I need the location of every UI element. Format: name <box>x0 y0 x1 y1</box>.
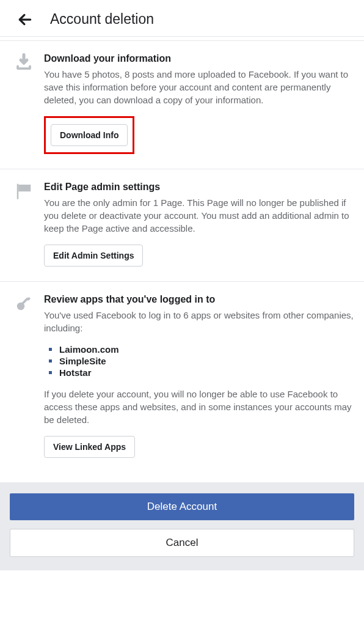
section-download: Download your information You have 5 pho… <box>0 41 364 169</box>
list-item: SimpleSite <box>49 356 354 366</box>
section-body: Review apps that you've logged in to You… <box>44 294 354 458</box>
download-title: Download your information <box>44 53 354 64</box>
list-item: Hotstar <box>49 367 354 378</box>
apps-title: Review apps that you've logged in to <box>44 294 354 305</box>
download-info-button[interactable]: Download Info <box>51 124 128 146</box>
svg-rect-1 <box>17 184 19 199</box>
key-icon <box>15 294 33 312</box>
header: Account deletion <box>0 0 364 37</box>
section-page-admin: Edit Page admin settings You are the onl… <box>0 169 364 282</box>
section-body: Edit Page admin settings You are the onl… <box>44 182 354 267</box>
delete-account-button[interactable]: Delete Account <box>10 493 354 520</box>
cancel-button[interactable]: Cancel <box>10 529 354 557</box>
footer: Delete Account Cancel <box>0 482 364 570</box>
download-icon <box>15 53 33 72</box>
apps-desc2: If you delete your account, you will no … <box>44 388 354 426</box>
back-arrow-icon[interactable] <box>17 12 33 28</box>
section-body: Download your information You have 5 pho… <box>44 53 354 154</box>
content: Download your information You have 5 pho… <box>0 40 364 473</box>
flag-icon <box>15 182 33 200</box>
page-title: Account deletion <box>50 11 154 28</box>
apps-desc: You've used Facebook to log in to 6 apps… <box>44 309 354 334</box>
page-admin-desc: You are the only admin for 1 Page. This … <box>44 196 354 235</box>
edit-admin-settings-button[interactable]: Edit Admin Settings <box>44 245 143 267</box>
highlight-box: Download Info <box>44 116 134 154</box>
app-list: Laimoon.com SimpleSite Hotstar <box>49 344 354 378</box>
list-item: Laimoon.com <box>49 344 354 355</box>
page-admin-title: Edit Page admin settings <box>44 182 354 193</box>
view-linked-apps-button[interactable]: View Linked Apps <box>44 436 135 458</box>
download-desc: You have 5 photos, 8 posts and more uplo… <box>44 68 354 106</box>
section-apps: Review apps that you've logged in to You… <box>0 282 364 473</box>
svg-rect-2 <box>18 185 31 191</box>
